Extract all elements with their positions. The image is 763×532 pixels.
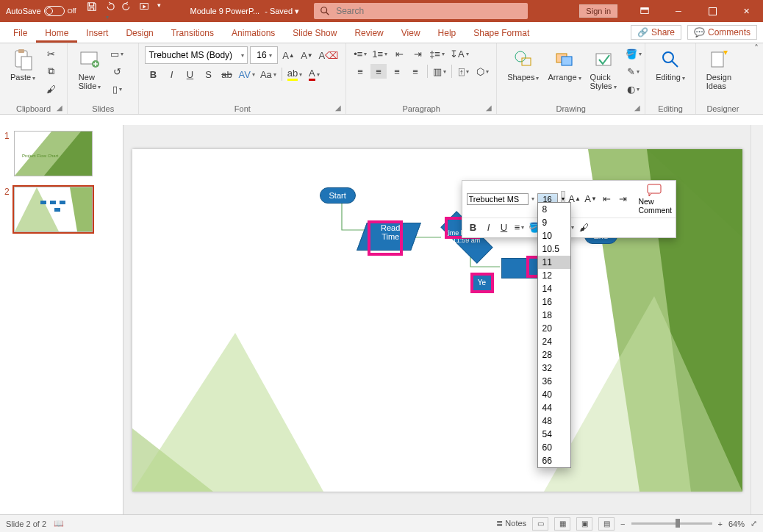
font-size-option-8[interactable]: 8: [538, 203, 570, 216]
design-ideas-button[interactable]: Design Ideas: [702, 46, 736, 92]
shape-fill-icon[interactable]: 🪣: [624, 46, 643, 61]
arrange-button[interactable]: Arrange: [543, 46, 585, 83]
align-left-icon[interactable]: ≡: [352, 64, 368, 79]
columns-icon[interactable]: ▥: [431, 64, 448, 79]
mini-align-icon[interactable]: ≡: [513, 220, 526, 235]
autosave-toggle[interactable]: AutoSave Off: [6, 6, 76, 16]
collapse-ribbon-icon[interactable]: ˄: [750, 43, 763, 114]
char-spacing-icon[interactable]: AV: [237, 67, 256, 82]
font-size-option-11[interactable]: 11: [538, 256, 570, 269]
font-size-option-48[interactable]: 48: [538, 414, 570, 428]
doc-saved-state[interactable]: - Saved ▾: [265, 7, 299, 15]
font-size-option-16[interactable]: 16: [538, 295, 570, 309]
font-size-combo[interactable]: 16▾: [250, 46, 278, 64]
bullets-icon[interactable]: •≡: [352, 46, 368, 61]
reset-slide-icon[interactable]: ↺: [109, 64, 125, 79]
font-size-option-24[interactable]: 24: [538, 335, 570, 348]
minimize-button[interactable]: ─: [662, 0, 695, 22]
font-size-option-10[interactable]: 10: [538, 229, 570, 242]
align-text-icon[interactable]: ⍐: [456, 64, 472, 79]
mini-font-name[interactable]: [467, 193, 529, 205]
highlight-color-icon[interactable]: ab: [286, 67, 304, 82]
shadow-button[interactable]: S: [200, 67, 216, 82]
strikethrough-button[interactable]: ab: [218, 67, 234, 82]
mini-increase-indent-icon[interactable]: ⇥: [617, 192, 630, 206]
zoom-level[interactable]: 64%: [728, 520, 745, 528]
tab-slideshow[interactable]: Slide Show: [284, 24, 345, 43]
font-size-option-54[interactable]: 54: [538, 428, 570, 441]
numbering-icon[interactable]: 1≡: [370, 46, 389, 61]
bold-button[interactable]: B: [145, 67, 161, 82]
font-size-option-32[interactable]: 32: [538, 362, 570, 375]
thumbnail-1[interactable]: 1 Project Flow Chart: [4, 131, 118, 176]
shape-outline-icon[interactable]: ✎: [624, 64, 643, 79]
zoom-slider[interactable]: [631, 522, 712, 525]
slideshow-view-icon[interactable]: ▤: [598, 517, 615, 531]
mini-italic[interactable]: I: [482, 220, 495, 235]
reading-view-icon[interactable]: ▣: [576, 517, 592, 531]
font-size-option-60[interactable]: 60: [538, 441, 570, 454]
clipboard-dialog-launcher[interactable]: ◢: [57, 104, 64, 111]
slide-sorter-icon[interactable]: ▦: [554, 517, 570, 531]
share-button[interactable]: 🔗Share: [631, 25, 681, 40]
autosave-switch[interactable]: [44, 6, 65, 16]
underline-button[interactable]: U: [182, 67, 198, 82]
decrease-font-icon[interactable]: A▼: [298, 48, 315, 62]
save-icon[interactable]: [87, 1, 97, 21]
paragraph-dialog-launcher[interactable]: ◢: [486, 104, 493, 111]
font-name-combo[interactable]: Trebuchet MS (Body)▾: [145, 46, 248, 64]
search-input[interactable]: [334, 5, 522, 17]
cut-icon[interactable]: ✂: [43, 46, 59, 61]
font-size-option-36[interactable]: 36: [538, 375, 570, 388]
fit-to-window-icon[interactable]: ⤢: [751, 519, 757, 528]
tab-home[interactable]: Home: [36, 24, 77, 43]
text-direction-icon[interactable]: ↧A: [448, 46, 470, 61]
shapes-button[interactable]: Shapes: [503, 46, 543, 83]
redo-icon[interactable]: [122, 1, 132, 21]
undo-icon[interactable]: [104, 1, 115, 21]
mini-decrease-font-icon[interactable]: A▼: [584, 192, 598, 206]
mini-bold[interactable]: B: [467, 220, 480, 235]
smartart-icon[interactable]: ⬡: [474, 64, 490, 79]
tab-shape-format[interactable]: Shape Format: [465, 24, 538, 43]
copy-icon[interactable]: ⧉: [43, 64, 59, 79]
font-size-option-18[interactable]: 18: [538, 309, 570, 322]
maximize-button[interactable]: [695, 0, 729, 22]
new-slide-button[interactable]: New Slide: [74, 46, 106, 92]
tab-help[interactable]: Help: [429, 24, 465, 43]
drawing-dialog-launcher[interactable]: ◢: [634, 104, 642, 111]
italic-button[interactable]: I: [163, 67, 179, 82]
zoom-out-button[interactable]: −: [620, 520, 625, 528]
comments-button[interactable]: 💬Comments: [687, 25, 757, 40]
slide-canvas[interactable]: Start Read Time Time later than 11:59 am…: [132, 149, 742, 492]
search-box[interactable]: [314, 3, 528, 19]
font-size-option-66[interactable]: 66: [538, 454, 570, 467]
align-center-icon[interactable]: ≡: [370, 64, 387, 79]
fc-start[interactable]: Start: [320, 187, 356, 204]
mini-font-name-dd[interactable]: ▾: [531, 195, 534, 202]
tab-design[interactable]: Design: [117, 24, 162, 43]
tab-transitions[interactable]: Transitions: [162, 24, 223, 43]
font-size-option-40[interactable]: 40: [538, 388, 570, 401]
start-from-beginning-icon[interactable]: [140, 1, 150, 21]
tab-file[interactable]: File: [4, 24, 36, 43]
shape-effects-icon[interactable]: ◐: [624, 82, 643, 96]
normal-view-icon[interactable]: ▭: [532, 517, 548, 531]
notes-button[interactable]: ≣ Notes: [496, 519, 526, 528]
layout-icon[interactable]: ▭: [109, 46, 125, 61]
ribbon-display-options-icon[interactable]: [628, 0, 662, 22]
font-size-option-12[interactable]: 12: [538, 269, 570, 282]
font-color-icon[interactable]: A: [306, 67, 322, 82]
qat-more-icon[interactable]: ▾: [157, 1, 161, 21]
tab-view[interactable]: View: [393, 24, 429, 43]
font-size-option-9[interactable]: 9: [538, 216, 570, 229]
font-size-option-20[interactable]: 20: [538, 322, 570, 335]
section-icon[interactable]: ▯: [109, 82, 125, 96]
font-size-option-44[interactable]: 44: [538, 401, 570, 414]
editing-button[interactable]: Editing: [651, 46, 689, 83]
tab-animations[interactable]: Animations: [223, 24, 284, 43]
zoom-in-button[interactable]: +: [718, 520, 723, 528]
change-case-icon[interactable]: Aa: [259, 67, 278, 82]
paste-button[interactable]: Paste: [6, 46, 40, 83]
clear-formatting-icon[interactable]: A⌫: [317, 48, 340, 62]
